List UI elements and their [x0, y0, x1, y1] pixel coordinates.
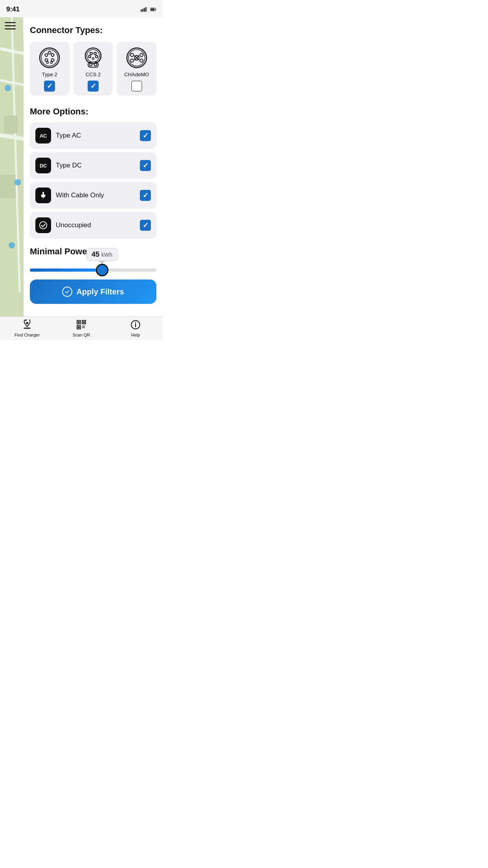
qr-code-icon	[76, 320, 86, 331]
svg-point-40	[130, 53, 134, 57]
status-bar: 9:41	[0, 0, 163, 17]
svg-point-21	[45, 54, 48, 57]
power-value: 45	[92, 250, 99, 258]
connector-card-chademo[interactable]: CHAdeMO	[117, 42, 156, 96]
chademo-icon	[126, 47, 147, 68]
slider-thumb[interactable]	[96, 264, 108, 276]
dc-badge-text: DC	[40, 163, 47, 169]
content-area: Connector Types:	[0, 17, 163, 316]
option-label-cable-only: With Cable Only	[56, 191, 135, 199]
unoccupied-badge	[35, 217, 51, 233]
svg-rect-1	[142, 9, 143, 12]
plug-icon	[39, 191, 48, 200]
checkbox-cable-only[interactable]: ✓	[140, 190, 151, 201]
svg-point-33	[92, 58, 94, 60]
slider-wrapper: 45 kWh	[30, 268, 156, 272]
svg-rect-5	[155, 9, 156, 10]
connector-name-chademo: CHAdeMO	[124, 72, 149, 77]
dc-badge: DC	[35, 158, 51, 173]
option-label-type-ac: Type AC	[56, 132, 135, 140]
checkbox-unoccupied[interactable]: ✓	[140, 220, 151, 231]
svg-point-24	[51, 59, 54, 62]
svg-rect-55	[82, 326, 83, 326]
type2-icon	[39, 47, 60, 68]
slider-fill	[30, 268, 102, 272]
ac-badge: AC	[35, 128, 51, 143]
checkbox-type-ac[interactable]: ✓	[140, 130, 151, 141]
svg-rect-47	[24, 328, 30, 329]
nav-label-find-charger: Find Charger	[15, 333, 40, 337]
signal-icon	[141, 7, 148, 12]
svg-rect-56	[84, 326, 85, 326]
connector-card-type2[interactable]: Type 2 ✓	[30, 42, 70, 96]
status-time: 9:41	[6, 6, 20, 13]
hamburger-menu[interactable]	[5, 22, 16, 29]
nav-label-help: Help	[131, 333, 140, 337]
apply-filters-label: Apply Filters	[76, 287, 124, 296]
checkbox-type2[interactable]: ✓	[44, 81, 55, 92]
power-slider-track	[30, 268, 156, 272]
option-row-type-ac[interactable]: AC Type AC ✓	[30, 122, 156, 149]
option-label-unoccupied: Unoccupied	[56, 221, 135, 229]
power-unit: kWh	[101, 252, 112, 258]
hamburger-line-2	[5, 25, 16, 26]
checkmark-ccs2: ✓	[90, 83, 96, 90]
power-bubble: 45 kWh	[86, 248, 117, 264]
option-row-type-dc[interactable]: DC Type DC ✓	[30, 152, 156, 179]
svg-point-41	[140, 53, 143, 57]
svg-point-62	[135, 322, 136, 323]
bubble-box: 45 kWh	[86, 248, 117, 261]
check-circle-icon	[39, 221, 48, 230]
cable-badge	[35, 188, 51, 203]
svg-rect-13	[0, 175, 16, 198]
apply-filters-button[interactable]: Apply Filters	[30, 280, 156, 304]
svg-rect-59	[83, 326, 84, 327]
svg-rect-52	[83, 321, 84, 323]
svg-point-29	[90, 52, 92, 55]
battery-icon	[150, 7, 156, 12]
connector-name-type2: Type 2	[42, 72, 57, 77]
connector-row: Type 2 ✓	[30, 42, 156, 96]
apply-check-icon	[64, 289, 70, 295]
checkbox-chademo[interactable]	[131, 81, 142, 92]
svg-point-23	[45, 59, 48, 62]
svg-rect-7	[0, 17, 24, 316]
svg-point-43	[140, 59, 143, 62]
nav-item-help[interactable]: Help	[108, 317, 163, 340]
nav-item-find-charger[interactable]: Find Charger	[0, 317, 54, 340]
option-row-unoccupied[interactable]: Unoccupied ✓	[30, 212, 156, 239]
svg-point-16	[15, 179, 21, 186]
svg-point-22	[51, 54, 54, 57]
map-strip	[0, 17, 24, 316]
ccs2-icon	[83, 47, 104, 68]
svg-point-15	[5, 85, 11, 91]
svg-point-27	[85, 48, 101, 64]
svg-rect-0	[141, 9, 142, 12]
map-bg-svg	[0, 17, 24, 316]
svg-point-48	[26, 322, 28, 324]
checkbox-ccs2[interactable]: ✓	[88, 81, 99, 92]
power-slider-section: Minimal Power (kW): 45 kWh	[30, 246, 156, 272]
svg-rect-54	[78, 326, 79, 328]
nav-item-scan-qr[interactable]: Scan QR	[54, 317, 108, 340]
connector-types-title: Connector Types:	[30, 25, 156, 35]
option-row-cable-only[interactable]: With Cable Only ✓	[30, 182, 156, 209]
nav-label-scan-qr: Scan QR	[73, 333, 90, 337]
ac-badge-text: AC	[40, 133, 47, 139]
hamburger-line-3	[5, 28, 16, 29]
screen: 9:41	[0, 0, 163, 340]
map-marker-icon	[22, 320, 32, 331]
checkbox-type-dc[interactable]: ✓	[140, 160, 151, 171]
option-label-type-dc: Type DC	[56, 162, 135, 169]
connector-card-ccs2[interactable]: CCS 2 ✓	[73, 42, 113, 96]
svg-point-20	[48, 51, 51, 54]
checkmark-type2: ✓	[47, 83, 53, 90]
svg-point-32	[95, 55, 98, 58]
svg-point-17	[9, 242, 15, 248]
apply-btn-icon	[62, 287, 72, 297]
svg-rect-14	[4, 116, 18, 133]
info-circle-icon	[130, 320, 141, 331]
svg-rect-58	[84, 327, 85, 328]
svg-point-31	[88, 55, 91, 58]
svg-point-42	[130, 59, 134, 62]
